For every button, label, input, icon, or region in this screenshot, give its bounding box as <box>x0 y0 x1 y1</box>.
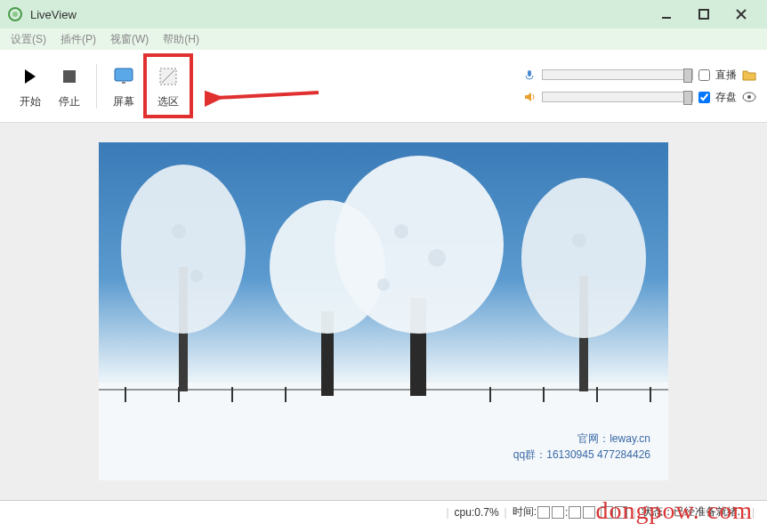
svg-rect-8 <box>115 69 133 81</box>
mic-slider[interactable] <box>542 69 693 80</box>
svg-rect-7 <box>63 70 76 83</box>
statusbar: | cpu: 0.7% | 时间: :: | 状态： 已经准备就绪... | <box>0 500 767 523</box>
close-button[interactable] <box>723 0 760 28</box>
svg-point-15 <box>747 95 751 99</box>
stop-button[interactable]: 停止 <box>50 59 89 113</box>
svg-line-17 <box>217 93 319 98</box>
svg-point-37 <box>428 249 446 267</box>
titlebar: LiveView <box>0 0 767 28</box>
live-checkbox[interactable] <box>698 69 710 81</box>
time-digit <box>601 506 613 519</box>
stop-label: 停止 <box>59 94 80 109</box>
right-controls: 直播 存盘 <box>522 68 756 105</box>
menu-plugin[interactable]: 插件(P) <box>53 32 103 47</box>
speaker-control-row: 存盘 <box>522 90 756 105</box>
stop-icon <box>55 62 84 91</box>
region-highlight: 选区 <box>143 53 193 118</box>
start-label: 开始 <box>20 94 41 109</box>
menu-help[interactable]: 帮助(H) <box>156 32 206 47</box>
svg-point-36 <box>394 224 408 238</box>
microphone-icon[interactable] <box>522 68 537 82</box>
minimize-button[interactable] <box>648 0 685 28</box>
image-qq-text: qq群：16130945 477284426 <box>513 447 650 463</box>
toolbar-divider <box>96 64 97 109</box>
start-button[interactable]: 开始 <box>11 59 50 113</box>
speaker-slider[interactable] <box>542 92 693 102</box>
svg-point-40 <box>190 270 203 282</box>
monitor-icon <box>109 62 138 91</box>
play-icon <box>16 62 44 91</box>
folder-icon[interactable] <box>742 68 756 82</box>
arrow-annotation-icon <box>205 85 320 107</box>
preview-area: 官网：leway.cn qq群：16130945 477284426 <box>0 123 767 500</box>
image-site-text: 官网：leway.cn <box>577 431 650 447</box>
select-region-icon <box>154 62 182 91</box>
mic-control-row: 直播 <box>522 68 756 83</box>
time-digit <box>537 506 550 519</box>
maximize-button[interactable] <box>685 0 723 28</box>
region-label: 选区 <box>157 94 179 109</box>
toolbar: 开始 停止 屏幕 选区 直播 <box>0 50 767 123</box>
svg-point-32 <box>121 165 246 334</box>
svg-point-35 <box>521 178 646 338</box>
time-digit <box>569 506 581 519</box>
cpu-value: 0.7% <box>474 506 498 519</box>
svg-marker-13 <box>525 93 531 101</box>
live-label: 直播 <box>715 68 737 83</box>
svg-point-1 <box>12 12 18 17</box>
app-logo-icon <box>7 6 23 22</box>
svg-rect-12 <box>528 70 531 77</box>
state-label: 状态： <box>642 504 674 520</box>
svg-point-41 <box>572 233 586 247</box>
time-digit <box>583 506 595 519</box>
save-label: 存盘 <box>715 90 737 105</box>
preview-image: 官网：leway.cn qq群：16130945 477284426 <box>99 142 668 480</box>
svg-marker-6 <box>25 69 36 84</box>
svg-point-38 <box>377 278 390 291</box>
region-button[interactable]: 选区 <box>149 59 188 113</box>
menu-view[interactable]: 视窗(W) <box>103 32 156 47</box>
svg-point-39 <box>172 224 186 238</box>
window-title: LiveView <box>30 8 648 21</box>
time-digit <box>615 506 627 519</box>
svg-point-34 <box>335 156 504 334</box>
time-label: 时间: <box>513 504 537 520</box>
speaker-icon[interactable] <box>522 90 537 104</box>
cpu-label: cpu: <box>455 506 475 519</box>
screen-label: 屏幕 <box>113 94 134 109</box>
time-digit <box>552 506 564 519</box>
menubar: 设置(S) 插件(P) 视窗(W) 帮助(H) <box>0 28 767 50</box>
svg-rect-3 <box>699 10 708 19</box>
menu-settings[interactable]: 设置(S) <box>4 32 53 47</box>
screen-button[interactable]: 屏幕 <box>104 59 143 113</box>
state-value: 已经准备就绪... <box>674 504 747 520</box>
eye-icon[interactable] <box>742 90 756 104</box>
save-checkbox[interactable] <box>698 92 710 103</box>
